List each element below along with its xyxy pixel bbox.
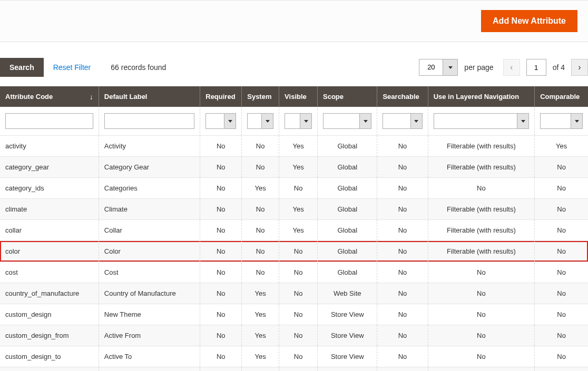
table-row[interactable]: colorColorNoNoNoGlobalNoFilterable (with… (0, 241, 588, 262)
filter-select-value (285, 114, 300, 128)
cell-value: Cost (104, 268, 119, 276)
cell-value: category_gear (5, 163, 49, 171)
filter-select[interactable] (247, 113, 273, 129)
filter-select[interactable] (205, 113, 236, 129)
cell-value: Store View (331, 310, 364, 318)
table-row[interactable]: custom_design_toActive ToNoYesNoStore Vi… (0, 346, 588, 367)
table-row[interactable]: costCostNoNoNoGlobalNoNoNo (0, 262, 588, 283)
cell-value: No (398, 353, 407, 360)
cell-value: No (256, 226, 265, 234)
cell-value: Global (337, 142, 357, 150)
cell-value: No (217, 332, 226, 339)
reset-filter-link[interactable]: Reset Filter (53, 63, 91, 72)
column-header[interactable]: Attribute Code↓ (0, 86, 99, 107)
cell-value: No (398, 205, 407, 213)
column-header[interactable]: Comparable (535, 86, 588, 107)
cell-value: Yes (255, 184, 266, 192)
cell-value: No (557, 289, 566, 297)
cell-value: No (294, 289, 303, 297)
column-header[interactable]: System (242, 86, 279, 107)
filter-select-button[interactable] (224, 114, 236, 128)
filter-select-button[interactable] (517, 114, 528, 128)
column-header[interactable]: Visible (279, 86, 318, 107)
cell-value: color (5, 247, 20, 255)
column-header[interactable]: Required (200, 86, 242, 107)
cell-value: Category Gear (104, 163, 149, 171)
cell-value: No (477, 332, 486, 339)
cell-value: climate (5, 205, 27, 213)
cell-value: category_ids (5, 184, 44, 192)
column-header-label: Visible (285, 93, 307, 101)
filter-select[interactable] (434, 113, 530, 129)
table-row[interactable]: collarCollarNoNoYesGlobalNoFilterable (w… (0, 220, 588, 241)
filter-select[interactable] (285, 113, 312, 129)
cell-value: Yes (292, 163, 303, 171)
cell-value: Yes (255, 289, 266, 297)
cell-value: Filterable (with results) (447, 163, 516, 171)
pager-group: ‹ of 4 › (503, 59, 588, 76)
column-header-label: Comparable (540, 93, 580, 101)
cell-value: Yes (556, 142, 567, 150)
column-header[interactable]: Searchable (377, 86, 428, 107)
cell-value: No (477, 184, 486, 192)
column-header-label: Scope (323, 93, 344, 101)
table-row[interactable]: custom_design_fromActive FromNoYesNoStor… (0, 325, 588, 346)
caret-down-icon (228, 120, 232, 123)
caret-down-icon (575, 120, 579, 123)
cell-value: Store View (331, 353, 364, 360)
table-row[interactable]: custom_designNew ThemeNoYesNoStore ViewN… (0, 304, 588, 325)
cell-value: Yes (255, 310, 266, 318)
cell-value: Global (337, 268, 357, 276)
grid-toolbar: Search Reset Filter 66 records found per… (0, 42, 588, 86)
filter-select-value (324, 114, 359, 128)
table-row[interactable]: custom_layoutNew LayoutNoYesNoStore View… (0, 367, 588, 372)
filter-select-button[interactable] (571, 114, 582, 128)
arrow-down-icon: ↓ (90, 93, 93, 101)
grid-filter-row (0, 107, 588, 136)
cell-value: New Theme (104, 310, 141, 318)
cell-value: No (557, 226, 566, 234)
cell-value: No (557, 310, 566, 318)
filter-select[interactable] (383, 113, 422, 129)
cell-value: No (557, 205, 566, 213)
column-header-label: Attribute Code (5, 93, 53, 101)
perpage-input[interactable] (419, 59, 443, 75)
cell-value: No (398, 226, 407, 234)
pager-next-button[interactable]: › (571, 59, 588, 76)
cell-value: No (398, 247, 407, 255)
cell-value: No (477, 289, 486, 297)
filter-input[interactable] (104, 113, 194, 129)
column-header[interactable]: Use in Layered Navigation (428, 86, 535, 107)
records-found-label: 66 records found (111, 63, 166, 72)
cell-value: No (398, 268, 407, 276)
filter-select-button[interactable] (359, 114, 371, 128)
filter-select-button[interactable] (300, 114, 311, 128)
filter-select-button[interactable] (261, 114, 273, 128)
table-row[interactable]: category_idsCategoriesNoYesNoGlobalNoNoN… (0, 178, 588, 199)
column-header[interactable]: Scope (318, 86, 377, 107)
table-row[interactable]: climateClimateNoNoYesGlobalNoFilterable … (0, 199, 588, 220)
cell-value: Global (337, 226, 357, 234)
table-row[interactable]: activityActivityNoNoYesGlobalNoFilterabl… (0, 136, 588, 157)
filter-select-button[interactable] (410, 114, 422, 128)
table-row[interactable]: country_of_manufactureCountry of Manufac… (0, 283, 588, 304)
pager-page-input[interactable] (526, 59, 546, 76)
cell-value: No (557, 353, 566, 360)
caret-down-icon (266, 120, 270, 123)
add-new-attribute-button[interactable]: Add New Attribute (481, 10, 577, 32)
table-row[interactable]: category_gearCategory GearNoNoYesGlobalN… (0, 157, 588, 178)
cell-value: Yes (292, 142, 303, 150)
pager-prev-button[interactable]: ‹ (503, 59, 520, 76)
search-button[interactable]: Search (0, 58, 44, 77)
cell-value: No (398, 163, 407, 171)
perpage-dropdown-button[interactable] (443, 59, 457, 75)
cell-value: Climate (104, 205, 128, 213)
filter-select[interactable] (540, 113, 583, 129)
cell-value: custom_design_from (5, 332, 69, 339)
filter-input[interactable] (5, 113, 93, 129)
cell-value: No (294, 184, 303, 192)
cell-value: No (256, 163, 265, 171)
filter-select[interactable] (323, 113, 371, 129)
perpage-select[interactable] (419, 59, 458, 76)
column-header[interactable]: Default Label (99, 86, 200, 107)
